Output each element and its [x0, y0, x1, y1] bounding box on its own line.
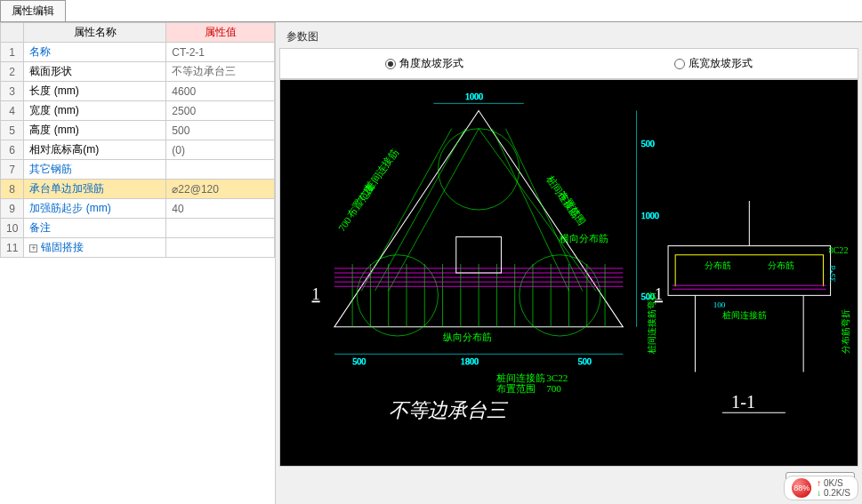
- radio-angle-slope[interactable]: 角度放坡形式: [385, 56, 463, 71]
- svg-text:分布筋: 分布筋: [705, 260, 731, 270]
- svg-text:桩间连接筋弯折: 桩间连接筋弯折: [647, 292, 657, 355]
- property-value[interactable]: 不等边承台三: [166, 62, 275, 82]
- property-panel: 属性名称 属性值 1名称CT-2-12截面形状不等边承台三3长度 (mm)460…: [0, 22, 276, 504]
- row-number: 6: [1, 140, 24, 160]
- property-value[interactable]: [166, 160, 275, 180]
- speed-readout: ↑ 0K/S ↓ 0.2K/S: [817, 478, 850, 498]
- radio-label: 角度放坡形式: [399, 56, 463, 71]
- network-status-widget[interactable]: 88% ↑ 0K/S ↓ 0.2K/S: [784, 476, 858, 500]
- radio-bar: 角度放坡形式 底宽放坡形式: [279, 48, 858, 79]
- property-name: 加强筋起步 (mm): [24, 199, 166, 219]
- svg-rect-60: [668, 246, 831, 296]
- radio-icon: [674, 59, 685, 69]
- svg-text:横向分布筋: 横向分布筋: [560, 233, 608, 244]
- arrow-down-icon: ↓: [817, 488, 821, 498]
- svg-text:700: 700: [546, 383, 561, 394]
- table-row[interactable]: 11+锚固搭接: [1, 238, 275, 258]
- property-name: 高度 (mm): [24, 121, 166, 140]
- row-number: 11: [1, 238, 24, 258]
- svg-text:1800: 1800: [461, 356, 479, 366]
- svg-text:3C22: 3C22: [546, 372, 568, 383]
- row-number: 9: [1, 199, 24, 219]
- header-value: 属性值: [166, 23, 275, 43]
- property-value[interactable]: 500: [166, 121, 275, 140]
- property-name: +锚固搭接: [24, 238, 166, 258]
- arrow-up-icon: ↑: [817, 478, 821, 488]
- param-title: 参数图: [279, 26, 858, 48]
- svg-text:500: 500: [578, 356, 592, 366]
- radio-width-slope[interactable]: 底宽放坡形式: [674, 56, 753, 71]
- svg-text:1000: 1000: [465, 92, 483, 101]
- svg-line-21: [389, 129, 479, 292]
- row-number: 8: [1, 180, 24, 199]
- property-name: 相对底标高(m): [24, 140, 166, 160]
- svg-text:桩间连接筋: 桩间连接筋: [495, 372, 545, 383]
- row-number: 7: [1, 160, 24, 180]
- table-row[interactable]: 1名称CT-2-1: [1, 43, 275, 62]
- svg-text:不等边承台三: 不等边承台三: [389, 399, 509, 421]
- svg-text:1-1: 1-1: [731, 392, 755, 412]
- svg-point-3: [520, 255, 600, 336]
- table-row[interactable]: 8承台单边加强筋⌀22@120: [1, 180, 275, 199]
- table-row[interactable]: 3长度 (mm)4600: [1, 82, 275, 101]
- row-number: 10: [1, 219, 24, 238]
- svg-text:1000: 1000: [641, 211, 659, 220]
- tab-bar: 属性编辑: [0, 0, 862, 22]
- svg-line-22: [492, 129, 568, 292]
- row-number: 5: [1, 121, 24, 140]
- property-value[interactable]: ⌀22@120: [166, 180, 275, 199]
- property-value[interactable]: [166, 238, 275, 258]
- property-name: 其它钢筋: [24, 160, 166, 180]
- svg-text:35*d: 35*d: [828, 265, 837, 282]
- radio-label: 底宽放坡形式: [689, 56, 753, 71]
- svg-text:500: 500: [352, 356, 366, 366]
- property-value[interactable]: CT-2-1: [166, 43, 275, 62]
- table-row[interactable]: 10备注: [1, 219, 275, 238]
- svg-text:桩间连接筋: 桩间连接筋: [721, 310, 767, 320]
- property-value[interactable]: 2500: [166, 101, 275, 121]
- svg-text:纵向分布筋: 纵向分布筋: [443, 332, 492, 342]
- table-row[interactable]: 9加强筋起步 (mm)40: [1, 199, 275, 219]
- header-name: 属性名称: [24, 23, 166, 43]
- property-name: 承台单边加强筋: [24, 180, 166, 199]
- expand-icon[interactable]: +: [29, 244, 37, 252]
- svg-text:布置范围: 布置范围: [557, 188, 588, 227]
- diagram-panel: 参数图 角度放坡形式 底宽放坡形式: [276, 22, 862, 504]
- row-number: 4: [1, 101, 24, 121]
- button-row: 配筋形式: [279, 467, 858, 500]
- property-name: 备注: [24, 219, 166, 238]
- svg-text:100: 100: [713, 300, 726, 309]
- radio-icon: [385, 59, 396, 69]
- property-name: 名称: [24, 43, 166, 62]
- property-name: 宽度 (mm): [24, 101, 166, 121]
- property-value[interactable]: [166, 219, 275, 238]
- svg-point-1: [438, 129, 519, 210]
- table-row[interactable]: 5高度 (mm)500: [1, 121, 275, 140]
- table-row[interactable]: 7其它钢筋: [1, 160, 275, 180]
- svg-text:500: 500: [641, 139, 655, 148]
- row-number: 1: [1, 43, 24, 62]
- svg-text:布置范围: 布置范围: [496, 383, 536, 394]
- cad-diagram: 1000 500 1800 500 500 1000 500 桩间: [279, 79, 858, 467]
- svg-text:分布筋弯折: 分布筋弯折: [841, 309, 850, 354]
- svg-text:1: 1: [311, 285, 319, 303]
- table-row[interactable]: 2截面形状不等边承台三: [1, 62, 275, 82]
- table-row[interactable]: 6相对底标高(m)(0): [1, 140, 275, 160]
- svg-text:8C22: 8C22: [829, 245, 849, 255]
- property-value[interactable]: 40: [166, 199, 275, 219]
- svg-text:布置范围: 布置范围: [345, 181, 376, 220]
- property-name: 长度 (mm): [24, 82, 166, 101]
- tab-property-edit[interactable]: 属性编辑: [0, 0, 66, 21]
- property-value[interactable]: (0): [166, 140, 275, 160]
- svg-text:分布筋: 分布筋: [768, 260, 794, 270]
- property-table: 属性名称 属性值 1名称CT-2-12截面形状不等边承台三3长度 (mm)460…: [0, 22, 275, 258]
- property-value[interactable]: 4600: [166, 82, 275, 101]
- status-badge: 88%: [792, 478, 811, 498]
- property-name: 截面形状: [24, 62, 166, 82]
- header-blank: [1, 23, 24, 43]
- row-number: 3: [1, 82, 24, 101]
- svg-point-2: [357, 255, 438, 336]
- table-row[interactable]: 4宽度 (mm)2500: [1, 101, 275, 121]
- row-number: 2: [1, 62, 24, 82]
